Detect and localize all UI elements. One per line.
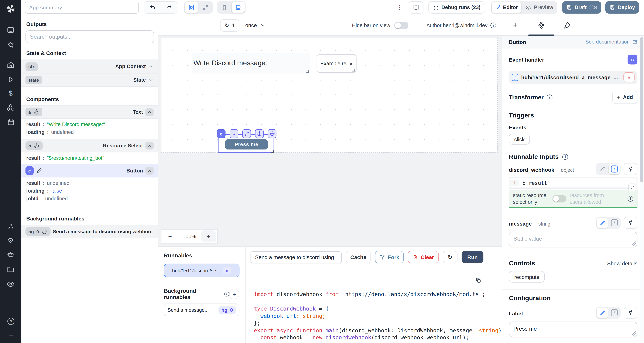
component-c-row[interactable]: c Button bbox=[21, 164, 158, 178]
static-pencil-icon[interactable] bbox=[597, 218, 608, 228]
info-icon[interactable]: i bbox=[490, 22, 496, 28]
undo-button[interactable] bbox=[144, 2, 160, 13]
expand-editor-button[interactable] bbox=[628, 184, 636, 192]
desktop-view-button[interactable] bbox=[232, 2, 245, 13]
resize-handle[interactable] bbox=[306, 70, 309, 72]
plug-icon[interactable] bbox=[624, 307, 638, 319]
workers-robot-icon[interactable] bbox=[6, 250, 15, 259]
ctx-row[interactable]: ctx App Context bbox=[21, 60, 158, 73]
expand-rail-arrow-icon[interactable]: → bbox=[8, 331, 14, 338]
output-row[interactable]: loading:undefined bbox=[21, 128, 158, 136]
output-row[interactable]: jobId:undefined bbox=[21, 195, 158, 202]
text-component[interactable]: Write Discord message: bbox=[192, 53, 310, 74]
component-settings-tab[interactable] bbox=[528, 21, 554, 29]
static-resource-toggle[interactable] bbox=[552, 195, 566, 202]
info-icon[interactable]: i bbox=[224, 292, 229, 296]
chevron-down-icon[interactable] bbox=[148, 77, 154, 82]
component-a-row[interactable]: a Text bbox=[21, 105, 158, 119]
styling-tab[interactable] bbox=[554, 21, 580, 29]
collapse-button[interactable] bbox=[145, 167, 154, 174]
debug-runs-button[interactable]: Debug runs (23) bbox=[428, 1, 485, 14]
show-details-link[interactable]: Show details bbox=[607, 260, 638, 266]
insert-component-tab[interactable]: + bbox=[502, 21, 528, 30]
tab-preview[interactable]: Preview bbox=[522, 2, 557, 13]
output-row[interactable]: result:"$res:u/henri/testing_bot" bbox=[21, 154, 158, 162]
draft-button[interactable]: Draft ⌘S bbox=[562, 1, 601, 14]
code-editor[interactable]: import discordwebhook from "https://deno… bbox=[246, 266, 502, 340]
right-panel-scrollbar[interactable] bbox=[640, 36, 644, 342]
info-icon[interactable]: i bbox=[546, 94, 552, 100]
interval-dropdown[interactable]: once bbox=[245, 22, 266, 28]
mobile-view-button[interactable] bbox=[218, 2, 231, 13]
copy-code-icon[interactable] bbox=[475, 277, 481, 283]
resources-cubes-icon[interactable] bbox=[6, 104, 15, 112]
favorites-star-icon[interactable] bbox=[6, 41, 15, 49]
message-static-value-textarea[interactable]: Static value bbox=[509, 232, 638, 247]
add-background-runnable-button[interactable]: + bbox=[229, 289, 240, 300]
hide-bar-toggle[interactable] bbox=[394, 22, 408, 29]
scrollbar-thumb[interactable] bbox=[640, 37, 643, 182]
info-icon[interactable]: i bbox=[562, 154, 568, 160]
run-button[interactable]: Run bbox=[462, 251, 484, 263]
insert-below-icon[interactable] bbox=[230, 130, 238, 138]
connect-function-icon[interactable]: f bbox=[609, 218, 620, 228]
selected-component-outline[interactable]: c Press me bbox=[218, 134, 274, 153]
expression-editor[interactable]: 1 b.result bbox=[509, 177, 638, 188]
windmill-logo-icon[interactable] bbox=[5, 3, 16, 14]
docs-book-button[interactable] bbox=[408, 1, 423, 14]
plug-icon[interactable] bbox=[624, 163, 638, 175]
expression-value[interactable]: b.result bbox=[519, 180, 547, 186]
expand-component-icon[interactable] bbox=[242, 130, 251, 138]
output-row[interactable]: loading:false bbox=[21, 187, 158, 195]
move-icon[interactable] bbox=[268, 130, 276, 138]
fork-button[interactable]: Fork bbox=[375, 251, 404, 263]
runnable-name-input[interactable] bbox=[250, 251, 342, 263]
fullwidth-expand-button[interactable] bbox=[199, 2, 212, 13]
clear-button[interactable]: Clear bbox=[408, 251, 438, 263]
label-value-textarea[interactable]: Press me bbox=[509, 322, 638, 337]
textarea-resize-grip[interactable] bbox=[632, 331, 636, 336]
output-row[interactable]: result:undefined bbox=[21, 179, 158, 187]
collapse-button[interactable] bbox=[145, 142, 154, 149]
more-options-kebab-icon[interactable]: ⋮ bbox=[394, 4, 405, 11]
bg0-row[interactable]: bg_0 Send a message to discord using web… bbox=[21, 225, 158, 238]
audit-eye-icon[interactable] bbox=[6, 280, 15, 288]
recompute-chip[interactable]: recompute bbox=[509, 271, 545, 282]
collapse-button[interactable] bbox=[145, 108, 154, 116]
state-row[interactable]: state State bbox=[21, 73, 158, 86]
component-id-chip[interactable]: c bbox=[217, 130, 226, 138]
add-transformer-button[interactable]: + Add bbox=[612, 91, 638, 104]
folders-icon[interactable] bbox=[6, 265, 15, 274]
remove-handler-button[interactable]: × bbox=[624, 72, 634, 82]
help-icon[interactable]: ? bbox=[7, 318, 14, 325]
resize-handle[interactable] bbox=[352, 68, 355, 72]
connect-function-icon[interactable]: f bbox=[609, 308, 620, 318]
deploy-button[interactable]: Deploy bbox=[606, 1, 639, 14]
info-icon[interactable]: i bbox=[628, 196, 634, 202]
tab-editor[interactable]: Editor bbox=[492, 2, 521, 13]
redo-button[interactable] bbox=[160, 2, 177, 13]
clear-select-icon[interactable]: × bbox=[350, 60, 353, 67]
refresh-count-button[interactable]: ↻ 1 bbox=[220, 19, 240, 32]
see-documentation-link[interactable]: See documentation bbox=[586, 39, 638, 45]
plug-icon[interactable] bbox=[624, 217, 638, 229]
background-runnable-item[interactable]: Send a message... bg_0 bbox=[164, 304, 240, 316]
schedules-calendar-icon[interactable] bbox=[7, 118, 14, 126]
anchor-icon[interactable] bbox=[255, 130, 264, 138]
event-handler-item[interactable]: f hub/1511/discord/send_a_message_... × bbox=[509, 71, 638, 84]
textarea-resize-grip[interactable] bbox=[632, 242, 636, 246]
static-pencil-icon[interactable] bbox=[597, 308, 608, 318]
runnable-item-selected[interactable]: hub/1511/discord/se... c bbox=[164, 264, 240, 277]
cache-button[interactable]: Cache bbox=[346, 251, 371, 263]
refresh-code-button[interactable]: ↻ bbox=[442, 251, 457, 263]
zoom-in-button[interactable]: + bbox=[201, 230, 216, 242]
component-b-row[interactable]: b Resource Select bbox=[21, 139, 158, 152]
connect-function-icon[interactable]: f bbox=[609, 164, 620, 174]
button-component[interactable]: Press me bbox=[225, 139, 268, 150]
zoom-out-button[interactable]: − bbox=[163, 230, 178, 242]
chevron-down-icon[interactable] bbox=[148, 64, 154, 69]
users-person-icon[interactable] bbox=[7, 222, 14, 230]
search-outputs-input[interactable] bbox=[26, 30, 154, 43]
home-icon[interactable] bbox=[6, 61, 15, 69]
app-summary-input[interactable] bbox=[24, 2, 139, 14]
